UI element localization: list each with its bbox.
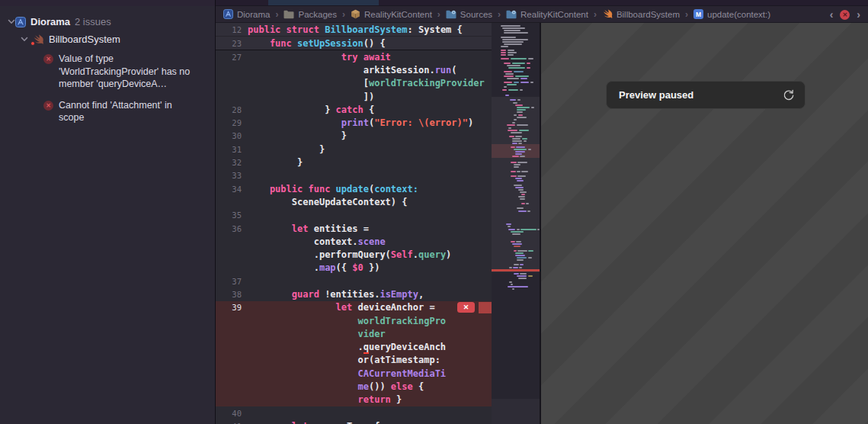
code-line[interactable]: 35 — [216, 209, 492, 222]
minimap[interactable] — [492, 23, 540, 424]
minimap-mark — [514, 71, 524, 72]
minimap-mark — [505, 73, 514, 75]
back-button[interactable]: ‹ — [830, 9, 834, 20]
code-line[interactable]: 38guard !entities.isEmpty, — [216, 287, 492, 300]
code-line[interactable]: .queryDeviceAnch — [216, 341, 492, 354]
minimap-mark — [520, 229, 536, 230]
line-number[interactable]: 37 — [216, 277, 242, 286]
minimap-mark — [520, 264, 524, 265]
sticky-scope-header: 12public struct BillboardSystem: System … — [216, 23, 492, 50]
code-line[interactable]: 12public struct BillboardSystem: System … — [216, 23, 492, 37]
breadcrumb-item[interactable]: RealityKitContent — [351, 9, 432, 19]
line-number[interactable]: 32 — [216, 158, 242, 167]
code-line[interactable]: 29print("Error: \(error)") — [216, 116, 492, 129]
minimap-mark — [528, 58, 533, 59]
sidebar-item-file[interactable]: BillboardSystem — [21, 34, 215, 45]
issue-row[interactable]: ✕Value of type 'WorldTrackingProvider' h… — [43, 53, 215, 91]
minimap-mark — [515, 252, 524, 254]
code-line[interactable]: arkitSession.run( — [216, 63, 492, 76]
method-icon: M — [693, 9, 703, 19]
code-line[interactable]: 31} — [216, 143, 492, 156]
refresh-button[interactable] — [782, 88, 796, 102]
minimap-mark — [520, 198, 525, 200]
breadcrumb-label: RealityKitContent — [364, 10, 432, 19]
code-line[interactable]: or(atTimestamp: — [216, 354, 492, 367]
issue-dot — [30, 41, 35, 46]
code-text: let cameraTransform = — [248, 421, 408, 424]
code-line[interactable]: vider — [216, 327, 492, 340]
minimap-mark — [518, 143, 522, 144]
code-line[interactable]: worldTrackingPro — [216, 314, 492, 327]
breadcrumb-item[interactable]: Mupdate(context:) — [693, 9, 770, 19]
minimap-mark — [519, 130, 529, 131]
code-text: .performQuery(Self.query) — [248, 249, 451, 260]
minimap-mark — [518, 114, 523, 116]
code-line[interactable]: 27try await — [216, 50, 492, 63]
minimap-mark — [507, 124, 515, 126]
line-number[interactable]: 39 — [216, 303, 242, 312]
line-number[interactable]: 29 — [216, 118, 242, 127]
disclosure-chevron-icon[interactable] — [8, 18, 15, 25]
line-number[interactable]: 36 — [216, 224, 242, 233]
code-line[interactable]: 40 — [216, 406, 492, 419]
inline-error-badge[interactable]: ✕ — [457, 302, 475, 313]
line-number[interactable]: 28 — [216, 105, 242, 114]
code-line[interactable]: 28} catch { — [216, 103, 492, 116]
code-line[interactable]: return } — [216, 393, 492, 406]
code-line[interactable]: [worldTrackingProvider — [216, 77, 492, 90]
code-text: public func update(context: — [248, 184, 418, 194]
breadcrumb-item[interactable]: Diorama — [223, 9, 270, 19]
code-line[interactable]: 23func setUpSession() { — [216, 37, 492, 50]
minimap-mark — [514, 250, 517, 252]
line-number[interactable]: 27 — [216, 53, 242, 62]
minimap-mark — [511, 146, 515, 148]
sidebar-item-project[interactable]: Diorama 2 issues — [8, 16, 215, 27]
code-line[interactable]: 33 — [216, 169, 492, 182]
line-number[interactable]: 23 — [216, 39, 242, 48]
line-number[interactable]: 12 — [216, 25, 242, 34]
minimap-mark — [501, 54, 506, 56]
folder-gear-icon — [446, 10, 456, 19]
preview-paused-label: Preview paused — [619, 89, 693, 101]
error-count-badge[interactable]: ✕ — [840, 10, 850, 20]
minimap-mark — [524, 140, 527, 142]
folder-gear-icon — [506, 10, 517, 19]
code-line[interactable]: 30} — [216, 130, 492, 143]
minimap-mark — [530, 82, 533, 83]
code-line[interactable]: 39let deviceAnchor =✕ — [216, 301, 492, 314]
issue-row[interactable]: ✕Cannot find 'Attachment' in scope — [43, 99, 215, 124]
breadcrumb-item[interactable]: BillboardSystem — [602, 9, 680, 19]
code-text: .queryDeviceAnch — [248, 342, 446, 352]
line-number[interactable]: 30 — [216, 131, 242, 140]
line-number[interactable]: 31 — [216, 145, 242, 154]
disclosure-chevron-icon[interactable] — [21, 36, 28, 43]
forward-button[interactable]: › — [857, 9, 860, 20]
code-text: context.scene — [248, 236, 386, 247]
code-line[interactable]: 41let cameraTransform = — [216, 419, 492, 424]
swift-file-icon — [32, 34, 44, 45]
code-line[interactable]: CACurrentMediaTi — [216, 367, 492, 380]
code-line[interactable]: 34public func update(context: — [216, 182, 492, 195]
code-line[interactable]: 36let entities = — [216, 222, 492, 235]
active-tab-indicator[interactable] — [268, 0, 379, 5]
code-line[interactable]: 37 — [216, 275, 492, 287]
code-line[interactable]: ]) — [216, 90, 492, 103]
code-text: let deviceAnchor = — [248, 302, 435, 313]
line-number[interactable]: 34 — [216, 185, 242, 194]
code-line[interactable]: 32} — [216, 156, 492, 169]
error-icon: ✕ — [43, 54, 53, 64]
line-number[interactable]: 35 — [216, 210, 242, 220]
code-line[interactable]: context.scene — [216, 235, 492, 248]
breadcrumb-item[interactable]: Sources — [446, 10, 492, 19]
breadcrumb-item[interactable]: Packages — [283, 10, 337, 19]
code-line[interactable]: SceneUpdateContext) { — [216, 195, 492, 208]
line-number[interactable]: 33 — [216, 171, 242, 180]
breadcrumb: Diorama›Packages›RealityKitContent›Sourc… — [223, 9, 770, 20]
code-line[interactable]: me()) else { — [216, 380, 492, 393]
code-line[interactable]: .performQuery(Self.query) — [216, 248, 492, 261]
code-editor[interactable]: 12public struct BillboardSystem: System … — [216, 23, 492, 424]
breadcrumb-item[interactable]: RealityKitContent — [506, 10, 588, 19]
line-number[interactable]: 38 — [216, 290, 242, 299]
code-line[interactable]: .map({ $0 }) — [216, 262, 492, 275]
line-number[interactable]: 40 — [216, 409, 242, 418]
